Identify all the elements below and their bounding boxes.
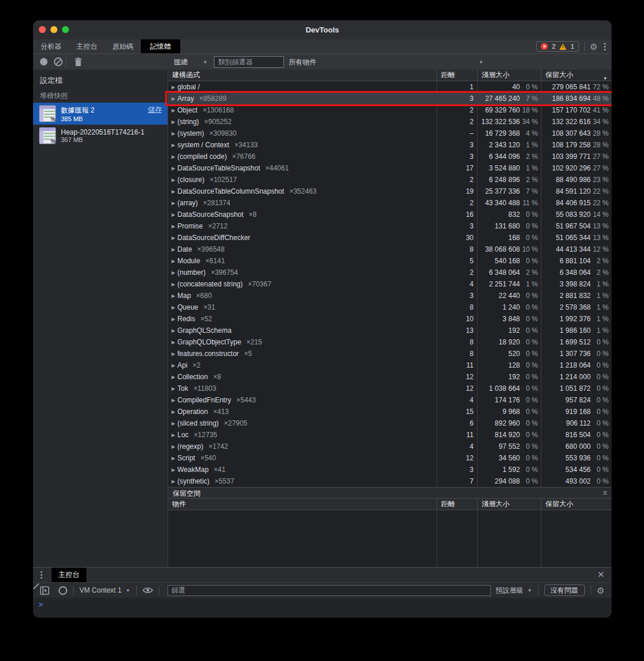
class-filter-input[interactable] — [214, 56, 284, 68]
disclosure-triangle-icon[interactable]: ▶ — [172, 409, 177, 415]
disclosure-triangle-icon[interactable]: ▶ — [172, 143, 177, 148]
constructor-cell[interactable]: ▶GraphQLObjectType×215 — [168, 336, 436, 348]
disclosure-triangle-icon[interactable]: ▶ — [172, 456, 177, 461]
issues-badge[interactable]: × 2 1 — [536, 41, 578, 52]
context-dropdown[interactable]: VM Context 1 ▼ — [79, 586, 130, 594]
disclosure-triangle-icon[interactable]: ▶ — [172, 293, 177, 299]
constructor-cell[interactable]: ▶Operation×413 — [168, 406, 436, 417]
disclosure-triangle-icon[interactable]: ▶ — [172, 212, 177, 217]
disclosure-triangle-icon[interactable]: ▶ — [172, 131, 177, 136]
no-issues-button[interactable]: 沒有問題 — [544, 584, 585, 596]
disclosure-triangle-icon[interactable]: ▶ — [172, 444, 177, 449]
snapshot-item[interactable]: % Heap-20220516T174216-1 367 MB — [33, 125, 168, 147]
log-levels-dropdown[interactable]: 預設層級 ▼ — [496, 586, 532, 595]
disclosure-triangle-icon[interactable]: ▶ — [172, 224, 177, 229]
constructor-cell[interactable]: ▶Loc×12735 — [168, 429, 436, 441]
column-header-constructor[interactable]: 建構函式 — [168, 70, 436, 81]
table-row[interactable]: ▶(concatenated string)×7036742 251 7441 … — [168, 278, 612, 290]
constructor-cell[interactable]: ▶CompiledFnEntry×5443 — [168, 394, 436, 406]
constructor-cell[interactable]: ▶Object×1306168 — [168, 104, 436, 116]
more-options-icon[interactable] — [603, 42, 607, 52]
column-header-retained-size[interactable]: 保留大小 — [541, 499, 612, 510]
disclosure-triangle-icon[interactable]: ▶ — [172, 328, 177, 333]
disclosure-triangle-icon[interactable]: ▶ — [172, 340, 177, 345]
clear-profiles-icon[interactable] — [54, 57, 63, 66]
disclosure-triangle-icon[interactable]: ▶ — [172, 189, 177, 194]
table-row[interactable]: ▶DataSourceSnapshot×8168320 %55 083 9201… — [168, 209, 612, 220]
console-sidebar-toggle-icon[interactable] — [40, 586, 49, 595]
table-row[interactable]: ▶Script×5401234 5600 %553 9360 % — [168, 452, 612, 464]
retainers-menu-icon[interactable]: ≡ — [603, 489, 607, 497]
table-row[interactable]: ▶GraphQLObjectType×215818 9200 %1 699 51… — [168, 336, 612, 348]
tab-sources[interactable]: 原始碼 — [105, 39, 141, 53]
table-row[interactable]: ▶Module×61415540 1680 %6 881 1042 % — [168, 255, 612, 267]
constructor-cell[interactable]: ▶Tok×11803 — [168, 383, 436, 394]
table-row[interactable]: ▶Array×858289327 465 2407 %186 834 69448… — [168, 93, 612, 104]
constructor-cell[interactable]: ▶features.constructor×5 — [168, 348, 436, 359]
column-header-distance[interactable]: 距離 — [436, 70, 477, 81]
table-row[interactable]: ▶(closure)×10251726 248 8962 %88 490 986… — [168, 174, 612, 186]
table-row[interactable]: ▶(number)×39675426 348 0642 %6 348 0642 … — [168, 267, 612, 278]
table-row[interactable]: ▶(array)×281374243 340 48811 %84 406 915… — [168, 197, 612, 209]
constructor-cell[interactable]: ▶Script×540 — [168, 452, 436, 464]
table-row[interactable]: ▶global /1400 %279 065 84172 % — [168, 81, 612, 93]
close-drawer-icon[interactable]: ✕ — [597, 569, 605, 580]
disclosure-triangle-icon[interactable]: ▶ — [172, 177, 177, 183]
disclosure-triangle-icon[interactable]: ▶ — [172, 282, 177, 287]
table-row[interactable]: ▶(string)×9052522132 322 53634 %132 322 … — [168, 116, 612, 128]
table-row[interactable]: ▶features.constructor×585200 %1 307 7360… — [168, 348, 612, 359]
disclosure-triangle-icon[interactable]: ▶ — [172, 317, 177, 322]
table-row[interactable]: ▶Operation×413159 9680 %919 1680 % — [168, 406, 612, 417]
disclosure-triangle-icon[interactable]: ▶ — [172, 166, 177, 171]
disclosure-triangle-icon[interactable]: ▶ — [172, 96, 177, 101]
constructor-cell[interactable]: ▶DataSourceTableSnapshot×44061 — [168, 162, 436, 174]
drawer-tab-console[interactable]: 主控台 — [52, 568, 86, 582]
constructor-cell[interactable]: ▶DataSourceDiffChecker — [168, 232, 436, 244]
disclosure-triangle-icon[interactable]: ▶ — [172, 235, 177, 241]
constructor-cell[interactable]: ▶(system)×309830 — [168, 128, 436, 139]
constructor-cell[interactable]: ▶(compiled code)×76766 — [168, 151, 436, 162]
console-filter-input[interactable] — [168, 585, 491, 596]
disclosure-triangle-icon[interactable]: ▶ — [172, 433, 177, 438]
disclosure-triangle-icon[interactable]: ▶ — [172, 259, 177, 264]
disclosure-triangle-icon[interactable]: ▶ — [172, 154, 177, 159]
disclosure-triangle-icon[interactable]: ▶ — [172, 386, 177, 391]
table-row[interactable]: ▶WeakMap×4131 5920 %534 4560 % — [168, 464, 612, 475]
table-row[interactable]: ▶Promise×27123131 6800 %51 967 50413 % — [168, 220, 612, 232]
constructor-cell[interactable]: ▶Date×396548 — [168, 244, 436, 255]
console-settings-gear-icon[interactable]: ⚙ — [597, 586, 605, 595]
table-row[interactable]: ▶Date×396548838 068 60810 %44 413 34412 … — [168, 244, 612, 255]
clear-console-icon[interactable] — [59, 586, 67, 595]
constructor-cell[interactable]: ▶Queue×31 — [168, 302, 436, 313]
constructor-cell[interactable]: ▶(concatenated string)×70367 — [168, 278, 436, 290]
disclosure-triangle-icon[interactable]: ▶ — [172, 479, 177, 484]
table-row[interactable]: ▶CompiledFnEntry×54434174 1760 %957 8240… — [168, 394, 612, 406]
constructor-cell[interactable]: ▶DataSourceSnapshot×8 — [168, 209, 436, 220]
disclosure-triangle-icon[interactable]: ▶ — [172, 467, 177, 473]
table-row[interactable]: ▶DataSourceTableSnapshot×44061173 524 88… — [168, 162, 612, 174]
disclosure-triangle-icon[interactable]: ▶ — [172, 119, 177, 125]
disclosure-triangle-icon[interactable]: ▶ — [172, 375, 177, 380]
constructor-cell[interactable]: ▶DataSourceTableColumnSnapshot×352463 — [168, 186, 436, 197]
constructor-cell[interactable]: ▶(synthetic)×5537 — [168, 475, 436, 487]
record-heap-icon[interactable] — [40, 58, 48, 66]
disclosure-triangle-icon[interactable]: ▶ — [172, 85, 177, 90]
delete-profile-icon[interactable] — [74, 57, 82, 67]
constructor-cell[interactable]: ▶(sliced string)×27905 — [168, 417, 436, 429]
table-row[interactable]: ▶Loc×1273511814 9200 %816 5040 % — [168, 429, 612, 441]
disclosure-triangle-icon[interactable]: ▶ — [172, 247, 177, 252]
save-snapshot-link[interactable]: 儲存 — [148, 105, 162, 115]
column-header-retained-size[interactable]: 保留大小 ▼ — [541, 70, 612, 81]
table-row[interactable]: ▶(compiled code)×7676636 344 0962 %103 3… — [168, 151, 612, 162]
constructor-cell[interactable]: ▶(regexp)×1742 — [168, 441, 436, 452]
disclosure-triangle-icon[interactable]: ▶ — [172, 398, 177, 403]
objects-scope-dropdown[interactable]: 所有物件 ▼ — [289, 54, 483, 70]
snapshot-item-selected[interactable]: % 數據匯報 2 385 MB 儲存 — [33, 103, 168, 125]
constructor-cell[interactable]: ▶Map×680 — [168, 290, 436, 302]
tab-memory[interactable]: 記憶體 — [141, 39, 180, 53]
table-row[interactable]: ▶(regexp)×1742497 5520 %680 0000 % — [168, 441, 612, 452]
constructor-cell[interactable]: ▶Redis×52 — [168, 313, 436, 325]
column-header-shallow-size[interactable]: 淺層大小 — [477, 70, 541, 81]
table-row[interactable]: ▶Map×680322 4400 %2 881 8321 % — [168, 290, 612, 302]
table-row[interactable]: ▶Queue×3181 2400 %2 578 3681 % — [168, 302, 612, 313]
